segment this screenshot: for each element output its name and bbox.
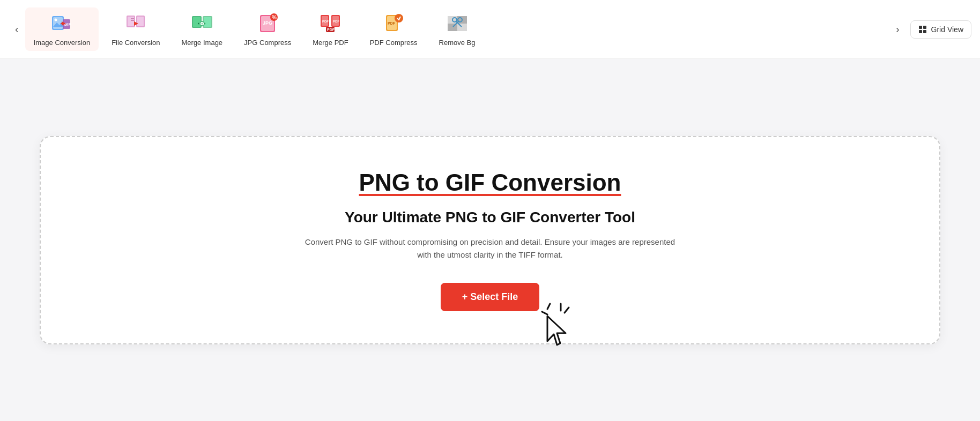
svg-text:GIF: GIF bbox=[64, 22, 71, 27]
merge-image-icon: + bbox=[190, 12, 214, 35]
svg-point-37 bbox=[395, 14, 403, 22]
grid-view-label: Grid View bbox=[931, 25, 963, 34]
nav-next-button[interactable]: › bbox=[889, 19, 906, 40]
remove-bg-icon bbox=[446, 12, 469, 35]
grid-view-icon bbox=[918, 25, 927, 34]
nav-item-jpg-compress[interactable]: JPG % JPG Compress bbox=[235, 7, 300, 51]
conversion-card: PNG to GIF Conversion Your Ultimate PNG … bbox=[40, 136, 940, 344]
svg-line-54 bbox=[565, 307, 569, 313]
nav-item-image-conversion[interactable]: GIF Image Conversion bbox=[25, 7, 99, 51]
svg-point-2 bbox=[55, 19, 57, 21]
svg-marker-55 bbox=[547, 316, 566, 345]
nav-item-merge-image-label: Merge Image bbox=[182, 39, 223, 47]
svg-text:%: % bbox=[272, 14, 277, 20]
nav-item-merge-image[interactable]: + Merge Image bbox=[173, 7, 232, 51]
svg-rect-17 bbox=[204, 17, 211, 27]
nav-item-merge-pdf[interactable]: PDF PDF PDF Merge PDF bbox=[304, 7, 357, 51]
pdf-compress-icon: PDF bbox=[382, 12, 405, 35]
svg-rect-49 bbox=[919, 30, 922, 33]
select-file-button[interactable]: + Select File bbox=[441, 283, 540, 311]
svg-text:JPG: JPG bbox=[263, 20, 272, 26]
top-navigation: ‹ GIF Im bbox=[0, 0, 980, 59]
nav-items-container: GIF Image Conversion bbox=[25, 7, 889, 51]
svg-text:PDF: PDF bbox=[322, 20, 329, 23]
nav-item-pdf-compress-label: PDF Compress bbox=[370, 39, 418, 47]
nav-item-file-conversion[interactable]: File Conversion bbox=[103, 7, 168, 51]
nav-item-pdf-compress[interactable]: PDF PDF Compress bbox=[361, 7, 426, 51]
nav-item-remove-bg-label: Remove Bg bbox=[439, 39, 476, 47]
card-title: PNG to GIF Conversion bbox=[84, 169, 896, 196]
file-conversion-icon bbox=[124, 12, 147, 35]
cursor-svg bbox=[537, 301, 585, 349]
card-description: Convert PNG to GIF without compromising … bbox=[302, 236, 678, 261]
svg-rect-15 bbox=[193, 17, 201, 27]
nav-item-remove-bg[interactable]: Remove Bg bbox=[430, 7, 484, 51]
grid-view-button[interactable]: Grid View bbox=[910, 20, 971, 39]
nav-item-file-conversion-label: File Conversion bbox=[112, 39, 160, 47]
card-subtitle: Your Ultimate PNG to GIF Converter Tool bbox=[84, 209, 896, 226]
svg-rect-47 bbox=[919, 26, 922, 29]
nav-item-jpg-compress-label: JPG Compress bbox=[244, 39, 291, 47]
cursor-indicator bbox=[537, 301, 585, 351]
nav-item-merge-pdf-label: Merge PDF bbox=[313, 39, 348, 47]
svg-rect-50 bbox=[923, 30, 926, 33]
nav-item-image-conversion-label: Image Conversion bbox=[34, 39, 91, 47]
svg-rect-10 bbox=[137, 17, 144, 26]
svg-text:PDF: PDF bbox=[333, 20, 339, 23]
jpg-compress-icon: JPG % bbox=[256, 12, 279, 35]
svg-text:PDF: PDF bbox=[388, 21, 396, 25]
svg-rect-48 bbox=[923, 26, 926, 29]
svg-text:+: + bbox=[201, 22, 203, 26]
svg-line-51 bbox=[547, 304, 550, 309]
svg-line-52 bbox=[542, 312, 547, 314]
image-conversion-icon: GIF bbox=[50, 12, 73, 35]
svg-rect-8 bbox=[128, 17, 134, 26]
svg-text:PDF: PDF bbox=[327, 28, 335, 32]
merge-pdf-icon: PDF PDF PDF bbox=[318, 12, 342, 35]
nav-prev-button[interactable]: ‹ bbox=[9, 19, 25, 40]
main-content: PNG to GIF Conversion Your Ultimate PNG … bbox=[0, 59, 980, 421]
